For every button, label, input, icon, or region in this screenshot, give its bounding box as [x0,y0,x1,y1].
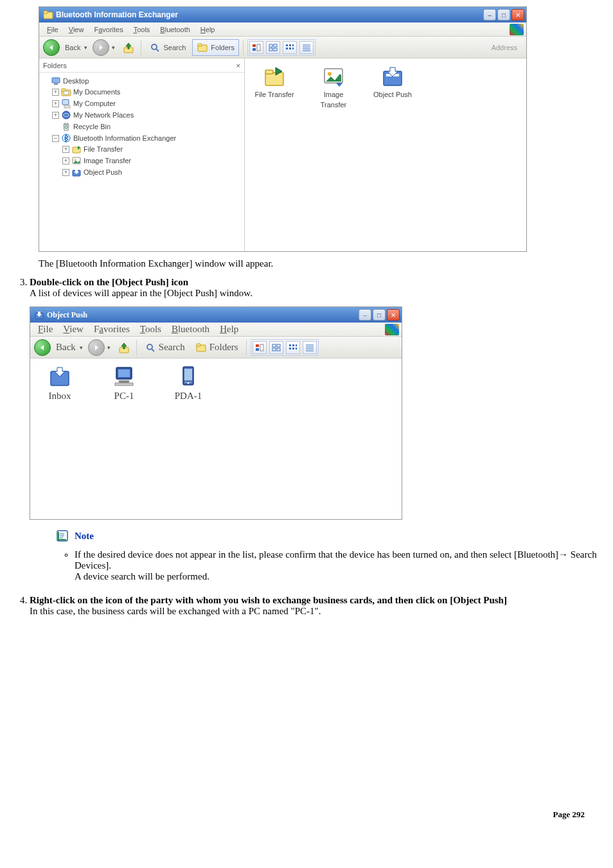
menubar: File View Favorites Tools Bluetooth Help [30,323,402,337]
tree-my-network-places[interactable]: + My Network Places [52,110,242,120]
step-3: Double-click on the [Object Push] icon A… [30,277,600,582]
tree-my-documents[interactable]: + My Documents [52,87,242,97]
minimize-button[interactable]: – [359,309,371,321]
computer-icon [61,98,71,109]
svg-point-31 [62,111,70,119]
tree-object-push[interactable]: + Object Push [62,167,242,177]
forward-button[interactable] [93,39,109,56]
menu-file[interactable]: File [42,24,64,35]
item-inbox[interactable]: Inbox [37,365,83,402]
separator [243,40,244,55]
address-label: Address [486,44,522,51]
svg-rect-8 [253,48,256,51]
tree-file-transfer[interactable]: + File Transfer [62,144,242,154]
search-button[interactable]: Search [141,339,189,356]
view-thumbnails[interactable] [253,341,267,354]
note-icon [55,529,69,543]
svg-rect-39 [265,73,283,85]
svg-rect-76 [185,382,187,383]
back-button[interactable] [34,339,51,356]
window-title: Object Push [47,310,357,320]
svg-rect-15 [289,44,291,46]
search-label: Search [163,44,186,51]
expand-icon[interactable]: + [52,100,59,107]
forward-button[interactable] [88,339,105,356]
twisty-none [52,123,59,130]
view-tiles[interactable] [269,341,283,354]
menu-help[interactable]: Help [195,24,220,35]
item-pc-1[interactable]: PC-1 [101,365,147,402]
expand-icon[interactable]: + [52,112,59,119]
titlebar[interactable]: Bluetooth Information Exchanger – □ ✕ [39,7,526,22]
forward-dropdown[interactable]: ▾ [107,344,111,351]
view-list[interactable] [303,341,317,354]
content-area: Inbox PC-1 PDA-1 [30,359,402,519]
collapse-icon[interactable]: − [52,135,59,142]
expand-icon[interactable]: + [62,169,69,176]
tree-my-computer[interactable]: + My Computer [52,98,242,109]
app-icon [34,310,44,320]
separator [141,40,141,55]
up-button[interactable] [120,39,137,56]
network-icon [61,110,71,120]
svg-point-47 [147,344,152,350]
item-object-push[interactable]: Object Push [369,65,416,98]
menu-view[interactable]: View [64,24,89,35]
maximize-button[interactable]: □ [373,309,386,321]
view-icons[interactable] [286,341,300,354]
folders-pane: Folders × Desktop + [39,58,245,251]
tree-recycle-bin[interactable]: Recycle Bin [52,121,242,132]
search-button[interactable]: Search [145,39,190,56]
titlebar[interactable]: Object Push – □ ✕ [30,307,402,323]
step-3-title: Double-click on the [Object Push] icon [30,277,188,287]
folders-button[interactable]: Folders [192,39,239,56]
view-list[interactable] [299,41,314,54]
bluetooth-exchanger-window: Bluetooth Information Exchanger – □ ✕ Fi… [39,6,527,252]
menu-view[interactable]: View [58,323,89,336]
menu-bluetooth[interactable]: Bluetooth [166,323,215,336]
expand-icon[interactable]: + [52,89,59,96]
minimize-button[interactable]: – [483,9,496,21]
back-dropdown[interactable]: ▾ [80,344,83,351]
menu-file[interactable]: File [33,323,58,336]
view-thumbnails[interactable] [249,41,263,54]
tree-bluetooth-exchanger[interactable]: − Bluetooth Information Exchanger [52,133,242,143]
menu-favorites[interactable]: Favorites [89,24,128,35]
svg-rect-63 [296,348,297,350]
item-label: PDA-1 [175,391,202,402]
menu-tools[interactable]: Tools [135,323,166,336]
file-transfer-icon [263,65,286,88]
view-icons[interactable] [283,41,297,54]
forward-dropdown[interactable]: ▾ [112,44,115,51]
close-button[interactable]: ✕ [387,309,400,321]
tree-image-transfer[interactable]: + Image Transfer [62,155,242,166]
recycle-icon [61,121,71,132]
svg-rect-51 [256,344,259,347]
item-pda-1[interactable]: PDA-1 [165,365,211,402]
up-button[interactable] [116,339,132,356]
toolbar: Back ▾ ▾ Search Folders [39,37,526,58]
menu-tools[interactable]: Tools [129,24,155,35]
svg-rect-18 [289,48,291,49]
menu-bluetooth[interactable]: Bluetooth [155,24,195,35]
svg-rect-55 [277,344,280,347]
separator [136,340,137,355]
tree-desktop[interactable]: Desktop [42,76,242,86]
close-button[interactable]: ✕ [511,9,524,21]
item-image-transfer[interactable]: Image Transfer [310,65,357,109]
back-button[interactable] [43,39,60,56]
menubar: File View Favorites Tools Bluetooth Help [39,22,526,37]
item-file-transfer[interactable]: File Transfer [251,65,298,98]
back-dropdown[interactable]: ▾ [84,44,87,51]
expand-icon[interactable]: + [62,146,69,153]
folder-icon [61,87,71,97]
menu-help[interactable]: Help [215,323,244,336]
folders-pane-close[interactable]: × [236,62,240,69]
menu-favorites[interactable]: Favorites [89,323,135,336]
expand-icon[interactable]: + [62,157,69,164]
maximize-button[interactable]: □ [497,9,510,21]
view-tiles[interactable] [266,41,280,54]
folders-button[interactable]: Folders [191,339,242,356]
svg-rect-53 [260,344,263,351]
image-transfer-icon [322,65,345,88]
